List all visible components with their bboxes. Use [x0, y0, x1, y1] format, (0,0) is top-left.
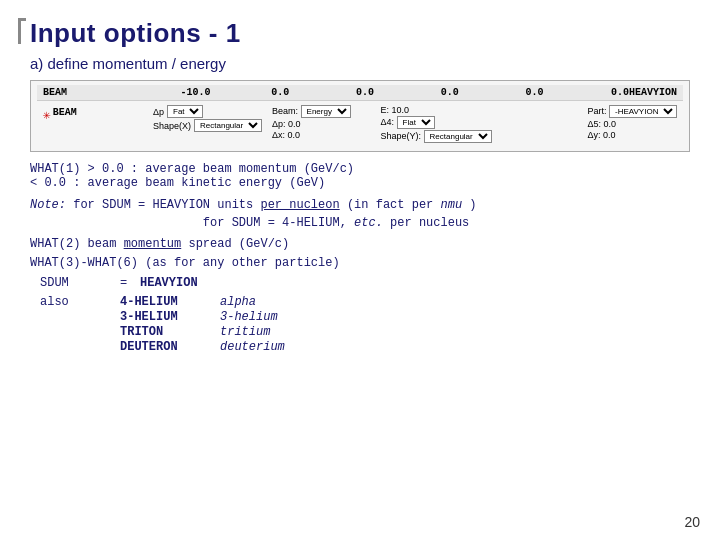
beam-header-val4: 0.0 — [407, 87, 492, 98]
beam-header-val2: 0.0 — [238, 87, 323, 98]
also-item-desc: 3-helium — [220, 310, 278, 324]
beam-header-row: BEAM -10.0 0.0 0.0 0.0 0.0 0.0HEAVYION — [37, 85, 683, 101]
note-indent: for SDUM = 4-HELIUM, — [30, 216, 354, 230]
beam-header-val1: -10.0 — [153, 87, 238, 98]
note-text3: ) — [469, 198, 476, 212]
sdum-row: SDUM = HEAVYION — [40, 276, 690, 290]
what1-line1: WHAT(1) > 0.0 : average beam momentum (G… — [30, 162, 690, 176]
also-item: DEUTERONdeuterium — [120, 340, 285, 354]
energy-select[interactable]: Energy — [301, 105, 351, 118]
shape-y-select[interactable]: Rectangular — [424, 130, 492, 143]
beam-far-right-controls: Part: -HEAVYION Δ5: 0.0 Δy: 0.0 — [587, 105, 677, 140]
note-block: Note: for SDUM = HEAVYION units per nucl… — [30, 196, 690, 232]
fat-prefix: Δp — [153, 107, 164, 117]
d5-row: Δ5: 0.0 — [587, 119, 677, 129]
note-per-nucleon: per nucleon — [260, 198, 339, 212]
also-item-desc: alpha — [220, 295, 256, 309]
d4-label: Δ4: — [381, 117, 397, 127]
fat-select[interactable]: Fat — [167, 105, 203, 118]
dy-label: Δy: — [587, 130, 603, 140]
note-etc: etc. — [354, 216, 383, 230]
beam-left-controls: Δp Fat Shape(X) Rectangular — [153, 105, 262, 132]
also-row: also 4-HELIUMalpha3-HELIUM3-heliumTRITON… — [40, 295, 690, 354]
also-item: TRITONtritium — [120, 325, 285, 339]
also-item: 4-HELIUMalpha — [120, 295, 285, 309]
shape-x-prefix: Shape(X) — [153, 121, 191, 131]
beam-energy-row: Beam: Energy — [272, 105, 351, 118]
beam-right-controls: E: 10.0 Δ4: Flat Shape(Y): Rectangular — [381, 105, 492, 143]
beam-label: Beam: — [272, 106, 298, 116]
shape-x-label: Shape(X) Rectangular — [153, 119, 262, 132]
left-bracket-decoration — [18, 18, 26, 44]
also-item-name: 3-HELIUM — [120, 310, 220, 324]
dy-val: 0.0 — [603, 130, 616, 140]
fat-label: Δp Fat — [153, 105, 262, 118]
beam-star-text: BEAM — [53, 107, 77, 118]
what1-block: WHAT(1) > 0.0 : average beam momentum (G… — [30, 162, 690, 190]
dx-val: 0.0 — [288, 130, 301, 140]
also-item-name: DEUTERON — [120, 340, 220, 354]
beam-middle-controls: Beam: Energy Δp: 0.0 Δx: 0.0 — [272, 105, 351, 140]
page-container: Input options - 1 a) define momentum / e… — [0, 0, 720, 540]
page-number: 20 — [684, 514, 700, 530]
e-row: E: 10.0 — [381, 105, 492, 115]
dp-val: 0.0 — [288, 119, 301, 129]
also-item: 3-HELIUM3-helium — [120, 310, 285, 324]
also-item-name: 4-HELIUM — [120, 295, 220, 309]
e-val: 10.0 — [392, 105, 410, 115]
dp-row: Δp: 0.0 — [272, 119, 351, 129]
part-row: Part: -HEAVYION — [587, 105, 677, 118]
note-text1: for SDUM = HEAVYION units — [73, 198, 260, 212]
sdum-val: HEAVYION — [140, 276, 198, 290]
dp-label: Δp: — [272, 119, 286, 129]
shape-y-label: Shape(Y): — [381, 131, 424, 141]
e-label: E: — [381, 105, 392, 115]
beam-header-val3: 0.0 — [323, 87, 408, 98]
d4-row: Δ4: Flat — [381, 116, 492, 129]
beam-ui-box: BEAM -10.0 0.0 0.0 0.0 0.0 0.0HEAVYION ✳… — [30, 80, 690, 152]
also-key: also — [40, 295, 120, 309]
also-items-list: 4-HELIUMalpha3-HELIUM3-heliumTRITONtriti… — [120, 295, 285, 354]
beam-header-label: BEAM — [43, 87, 153, 98]
what2-momentum: momentum — [124, 237, 182, 251]
what3-text: WHAT(3)-WHAT(6) (as for any other partic… — [30, 256, 340, 270]
also-item-name: TRITON — [120, 325, 220, 339]
dy-row: Δy: 0.0 — [587, 130, 677, 140]
beam-star-icon: ✳ — [43, 107, 51, 123]
also-item-desc: deuterium — [220, 340, 285, 354]
d5-label: Δ5: — [587, 119, 603, 129]
also-section: also 4-HELIUMalpha3-HELIUM3-heliumTRITON… — [40, 295, 690, 354]
note-prefix: Note: — [30, 198, 66, 212]
beam-controls-row: ✳ BEAM Δp Fat Shape(X) Rectangular — [37, 101, 683, 147]
shape-x-select[interactable]: Rectangular — [194, 119, 262, 132]
beam-star-label: ✳ BEAM — [43, 105, 153, 123]
note-text4: per nucleus — [390, 216, 469, 230]
sdum-section: SDUM = HEAVYION — [40, 276, 690, 290]
part-label: Part: — [587, 106, 609, 116]
what1-line2: < 0.0 : average beam kinetic energy (GeV… — [30, 176, 690, 190]
dx-label: Δx: — [272, 130, 285, 140]
also-item-desc: tritium — [220, 325, 270, 339]
section-a-title: a) define momentum / energy — [30, 55, 690, 72]
page-title: Input options - 1 — [30, 18, 690, 49]
beam-header-val6: 0.0HEAVYION — [577, 87, 677, 98]
what2-text2: spread (GeV/c) — [188, 237, 289, 251]
what2-text: WHAT(2) beam — [30, 237, 124, 251]
dx-row: Δx: 0.0 — [272, 130, 351, 140]
sdum-key: SDUM — [40, 276, 120, 290]
d4-select[interactable]: Flat — [397, 116, 435, 129]
what2-block: WHAT(2) beam momentum spread (GeV/c) — [30, 237, 690, 251]
note-nmu: nmu — [441, 198, 463, 212]
beam-header-val5: 0.0 — [492, 87, 577, 98]
note-text2: (in fact per — [347, 198, 441, 212]
shape-y-row: Shape(Y): Rectangular — [381, 130, 492, 143]
part-select[interactable]: -HEAVYION — [609, 105, 677, 118]
what3-block: WHAT(3)-WHAT(6) (as for any other partic… — [30, 256, 690, 270]
d5-val: 0.0 — [604, 119, 617, 129]
sdum-eq: = — [120, 276, 140, 290]
